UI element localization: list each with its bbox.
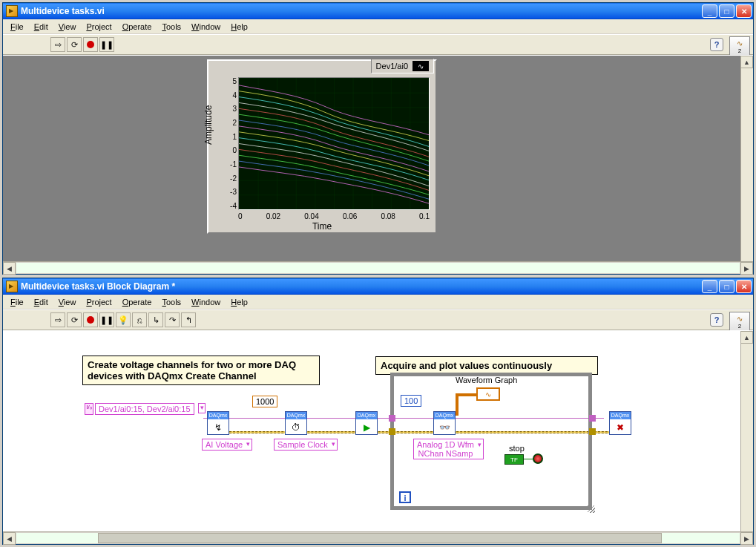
plot-legend[interactable]: Dev1/ai0 ∿ <box>371 59 434 73</box>
vertical-scrollbar[interactable]: ▲ <box>740 331 753 531</box>
retain-wire-button[interactable]: ⎌ <box>132 312 147 327</box>
abort-button[interactable] <box>83 37 98 52</box>
physical-channels-constant[interactable]: Dev1/ai0:15, Dev2/ai0:15 <box>95 403 194 415</box>
menu-project[interactable]: Project <box>82 296 116 308</box>
rate-constant[interactable]: 1000 <box>252 396 277 407</box>
context-help-button[interactable]: ? <box>710 38 723 51</box>
context-help-button[interactable]: ? <box>710 313 723 327</box>
daqmx-clear-task-node[interactable]: DAQmx ✖ <box>609 411 631 435</box>
loop-tunnel <box>389 415 395 422</box>
stop-button-terminal[interactable]: TF <box>504 454 524 465</box>
waveform-graph-terminal[interactable]: ∿ <box>476 387 500 401</box>
create-channel-icon: ↯ <box>208 419 229 436</box>
pause-button[interactable]: ❚❚ <box>99 37 114 52</box>
plot-area <box>238 77 430 210</box>
menu-file[interactable]: File <box>6 296 28 308</box>
horizontal-scrollbar[interactable]: ◀ ▶ <box>3 531 753 544</box>
vertical-scrollbar[interactable]: ▲ <box>740 56 753 261</box>
loop-condition-terminal[interactable] <box>533 453 543 464</box>
glasses-icon: 👓 <box>434 419 455 436</box>
node-header: DAQmx <box>434 412 455 419</box>
menu-tools[interactable]: Tools <box>157 21 185 33</box>
menu-operate[interactable]: Operate <box>118 21 157 33</box>
io-type-icon: I/₀ <box>85 403 93 415</box>
menu-window[interactable]: Window <box>187 21 225 33</box>
waveform-graph[interactable]: Dev1/ai0 ∿ Amplitude 5 4 3 2 1 0 -1 -2 -… <box>207 59 437 234</box>
ai-voltage-selector[interactable]: AI Voltage <box>202 439 252 451</box>
vi-icon-pane[interactable]: ∿ 2 <box>729 312 750 333</box>
titlebar-front-panel[interactable]: Multidevice tasks.vi _ □ ✕ <box>3 3 753 19</box>
menu-edit[interactable]: Edit <box>30 21 53 33</box>
wave-icon: ∿ <box>737 39 743 48</box>
node-header: DAQmx <box>208 412 229 419</box>
block-diagram-area[interactable]: ▲ Create voltage channels for two or mor… <box>3 330 753 531</box>
data-wire-vert <box>456 393 458 416</box>
menu-file[interactable]: File <box>6 21 28 33</box>
window-title: Multidevice tasks.vi <box>21 6 105 16</box>
data-wire <box>456 393 476 396</box>
samples-constant[interactable]: 100 <box>401 395 421 407</box>
scroll-right-button[interactable]: ▶ <box>740 532 753 545</box>
run-button[interactable]: ⇨ <box>50 37 65 52</box>
vi-corner-badge: 2 <box>738 48 741 54</box>
waveform-graph-label: Waveform Graph <box>456 376 517 384</box>
front-panel-area[interactable]: ▲ Dev1/ai0 ∿ Amplitude 5 4 3 2 1 0 -1 -2… <box>3 55 753 261</box>
step-out-button[interactable]: ↰ <box>181 312 196 327</box>
step-into-button[interactable]: ↳ <box>148 312 163 327</box>
sample-clock-selector[interactable]: Sample Clock <box>274 439 338 451</box>
menu-help[interactable]: Help <box>226 21 252 33</box>
wave-icon: ∿ <box>737 315 743 323</box>
scroll-up-button[interactable]: ▲ <box>740 331 753 344</box>
node-header: DAQmx <box>356 412 377 419</box>
node-header: DAQmx <box>610 412 631 419</box>
maximize-button[interactable]: □ <box>719 4 734 18</box>
toolbar: ⇨ ⟳ ❚❚ ? ∿ 2 <box>3 34 753 55</box>
svg-rect-0 <box>239 78 429 209</box>
maximize-button[interactable]: □ <box>719 280 734 293</box>
scroll-up-button[interactable]: ▲ <box>740 56 753 68</box>
y-axis-label: Amplitude <box>203 105 214 144</box>
step-over-button[interactable]: ↷ <box>165 312 180 327</box>
daqmx-start-task-node[interactable]: DAQmx ▶ <box>355 411 378 435</box>
menu-help[interactable]: Help <box>226 296 252 308</box>
abort-button[interactable] <box>83 312 98 327</box>
horizontal-scrollbar[interactable]: ◀ ▶ <box>3 261 753 274</box>
pause-button[interactable]: ❚❚ <box>99 312 114 327</box>
loop-tunnel <box>389 428 395 435</box>
menu-operate[interactable]: Operate <box>118 296 157 308</box>
scroll-thumb[interactable] <box>98 533 662 543</box>
menu-project[interactable]: Project <box>82 21 116 33</box>
menu-edit[interactable]: Edit <box>30 296 53 308</box>
comment-create-channels[interactable]: Create voltage channels for two or more … <box>82 356 320 385</box>
toolbar: ⇨ ⟳ ❚❚ 💡 ⎌ ↳ ↷ ↰ ? ∿ 2 <box>3 309 753 330</box>
run-continuous-button[interactable]: ⟳ <box>67 312 82 327</box>
loop-tunnel <box>589 428 596 435</box>
run-button[interactable]: ⇨ <box>50 312 65 327</box>
channel-dropdown-icon[interactable]: ▾ <box>198 403 206 413</box>
vi-icon-pane[interactable]: ∿ 2 <box>729 36 750 57</box>
node-header: DAQmx <box>286 412 306 419</box>
daqmx-timing-node[interactable]: DAQmx ⏱ <box>285 411 307 435</box>
scroll-right-button[interactable]: ▶ <box>740 262 753 275</box>
menu-view[interactable]: View <box>54 21 81 33</box>
run-continuous-button[interactable]: ⟳ <box>67 37 82 52</box>
titlebar-block-diagram[interactable]: Multidevice tasks.vi Block Diagram * _ □… <box>3 278 753 295</box>
stop-wire <box>524 459 533 459</box>
close-button[interactable]: ✕ <box>736 280 752 293</box>
play-icon: ▶ <box>356 419 377 436</box>
minimize-button[interactable]: _ <box>702 280 717 293</box>
read-mode-selector[interactable]: Analog 1D Wfm NChan NSamp <box>413 439 484 459</box>
scroll-left-button[interactable]: ◀ <box>3 262 16 275</box>
menu-view[interactable]: View <box>54 296 81 308</box>
daqmx-create-channel-node[interactable]: DAQmx ↯ <box>207 411 229 435</box>
menu-window[interactable]: Window <box>187 296 225 308</box>
vi-corner-badge: 2 <box>738 323 741 330</box>
highlight-execution-button[interactable]: 💡 <box>116 312 131 327</box>
minimize-button[interactable]: _ <box>702 4 717 18</box>
close-button[interactable]: ✕ <box>736 4 752 18</box>
loop-resize-handle[interactable] <box>588 505 595 513</box>
legend-sample-icon: ∿ <box>412 61 429 71</box>
menu-tools[interactable]: Tools <box>157 296 185 308</box>
daqmx-read-node[interactable]: DAQmx 👓 <box>433 411 456 435</box>
scroll-left-button[interactable]: ◀ <box>3 532 16 545</box>
